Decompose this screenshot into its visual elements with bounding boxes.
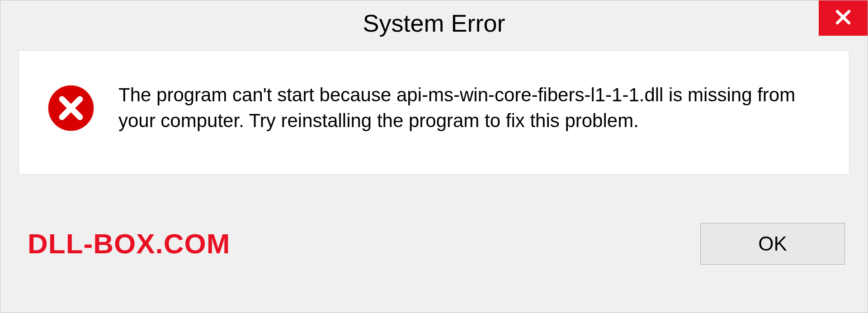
- close-icon: [833, 7, 853, 29]
- dialog-footer: DLL-BOX.COM OK: [0, 175, 868, 313]
- content-panel: The program can't start because api-ms-w…: [19, 50, 849, 175]
- dialog-title: System Error: [363, 9, 505, 37]
- watermark-text: DLL-BOX.COM: [28, 228, 230, 260]
- ok-button[interactable]: OK: [700, 223, 845, 265]
- error-dialog: System Error The program can't start bec…: [0, 0, 868, 313]
- close-button[interactable]: [819, 0, 868, 36]
- error-icon: [46, 83, 96, 133]
- title-bar: System Error: [0, 0, 868, 46]
- error-message: The program can't start because api-ms-w…: [118, 82, 797, 133]
